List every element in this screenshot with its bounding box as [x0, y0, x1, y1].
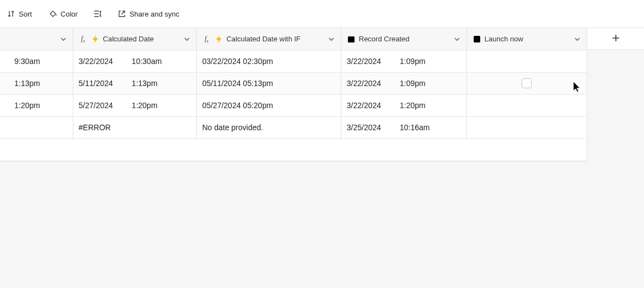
add-column-button[interactable]: [587, 28, 644, 50]
column-header-time[interactable]: [0, 28, 73, 50]
column-label: Calculated Date with IF: [227, 35, 324, 43]
cell-calc-date-if[interactable]: 05/27/2024 05:20pm: [196, 94, 341, 116]
cell-calc-date[interactable]: 5/27/20241:20pm: [73, 94, 196, 116]
chevron-down-icon[interactable]: [453, 35, 461, 43]
color-label: Color: [61, 10, 78, 18]
new-row[interactable]: [0, 138, 587, 161]
cell-launch-now[interactable]: [466, 116, 587, 138]
table-body: 9:30am 3/22/202410:30am 03/22/2024 02:30…: [0, 50, 587, 161]
share-icon: [117, 9, 126, 18]
formula-icon: fx: [202, 35, 211, 44]
checkbox-unchecked[interactable]: [522, 78, 532, 88]
chevron-down-icon[interactable]: [573, 35, 581, 43]
toolbar: Sort Color Share and sync: [0, 0, 644, 28]
cell-record-created[interactable]: 3/22/20241:20pm: [341, 94, 466, 116]
formula-icon: fx: [79, 35, 88, 44]
sort-icon: [7, 9, 15, 18]
bolt-icon: [91, 35, 100, 44]
sort-button[interactable]: Sort: [3, 7, 35, 20]
cell-calc-date[interactable]: 3/22/202410:30am: [73, 50, 196, 72]
table-row[interactable]: 9:30am 3/22/202410:30am 03/22/2024 02:30…: [0, 50, 587, 72]
cell-launch-now[interactable]: [466, 94, 587, 116]
column-header-launch-now[interactable]: Launch now: [466, 28, 587, 50]
column-label: Launch now: [485, 35, 570, 43]
chevron-down-icon[interactable]: [328, 35, 335, 43]
cell-calc-date[interactable]: 5/11/20241:13pm: [73, 72, 196, 94]
cell-launch-now[interactable]: [466, 72, 587, 94]
paint-bucket-icon: [49, 9, 57, 18]
cell-record-created[interactable]: 3/22/20241:09pm: [341, 72, 466, 94]
column-header-calculated-date-if[interactable]: fx Calculated Date with IF: [196, 28, 341, 50]
bolt-icon: [214, 35, 223, 44]
data-grid: fx Calculated Date fx: [0, 28, 587, 162]
column-header-record-created[interactable]: Record Created: [341, 28, 466, 50]
cell-calc-date-if[interactable]: 05/11/2024 05:13pm: [196, 72, 341, 94]
cell-time[interactable]: 1:20pm: [0, 94, 73, 116]
cell-calc-date[interactable]: #ERROR: [73, 116, 196, 138]
share-sync-button[interactable]: Share and sync: [114, 7, 183, 20]
chevron-down-icon[interactable]: [60, 35, 67, 43]
chevron-down-icon[interactable]: [183, 35, 191, 43]
cell-launch-now[interactable]: [466, 50, 587, 72]
color-button[interactable]: Color: [45, 7, 81, 20]
cell-record-created[interactable]: 3/25/202410:16am: [341, 116, 466, 138]
plus-icon: [611, 34, 620, 44]
column-header-calculated-date[interactable]: fx Calculated Date: [73, 28, 196, 50]
calendar-created-icon: [347, 35, 356, 44]
cell-record-created[interactable]: 3/22/20241:09pm: [341, 50, 466, 72]
share-label: Share and sync: [130, 10, 179, 18]
column-label: Record Created: [359, 35, 450, 43]
table-row[interactable]: 1:13pm 5/11/20241:13pm 05/11/2024 05:13p…: [0, 72, 587, 94]
table-row[interactable]: 1:20pm 5/27/20241:20pm 05/27/2024 05:20p…: [0, 94, 587, 116]
column-label: Calculated Date: [103, 35, 180, 43]
cell-calc-date-if[interactable]: 03/22/2024 02:30pm: [196, 50, 341, 72]
row-height-icon: [93, 9, 102, 18]
cell-time[interactable]: [0, 116, 73, 138]
cell-time[interactable]: 9:30am: [0, 50, 73, 72]
row-height-button[interactable]: [91, 7, 104, 20]
sort-label: Sort: [19, 10, 32, 18]
checkbox-icon: [473, 35, 481, 44]
table-row[interactable]: #ERROR No date provided. 3/25/202410:16a…: [0, 116, 587, 138]
cell-time[interactable]: 1:13pm: [0, 72, 73, 94]
cell-calc-date-if[interactable]: No date provided.: [196, 116, 341, 138]
svg-rect-0: [348, 36, 355, 42]
